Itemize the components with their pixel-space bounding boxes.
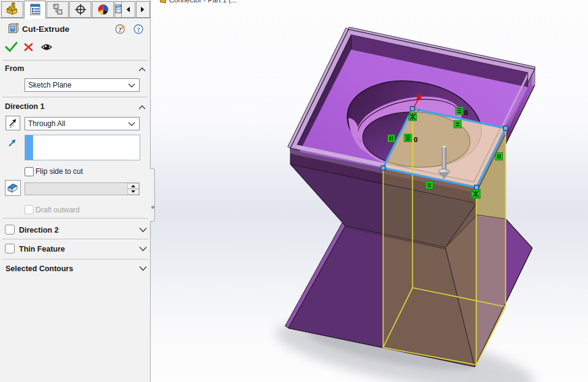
svg-text:0: 0 xyxy=(414,136,418,143)
svg-text:Connector - Part 1 (...: Connector - Part 1 (... xyxy=(169,0,237,4)
svg-text:0: 0 xyxy=(464,109,468,116)
svg-text:?: ? xyxy=(137,26,140,33)
